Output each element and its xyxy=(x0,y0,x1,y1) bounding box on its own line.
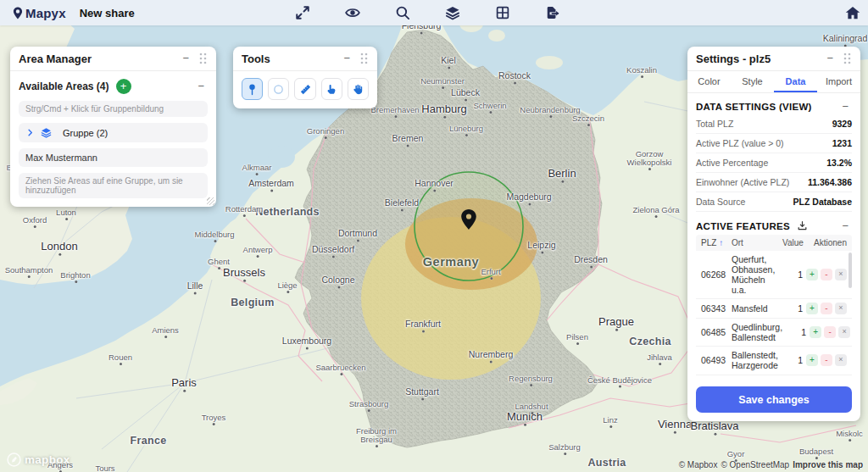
column-ort[interactable]: Ort xyxy=(732,238,782,247)
pointer-tool-button[interactable] xyxy=(321,78,342,100)
group-row[interactable]: Gruppe (2) xyxy=(19,123,208,142)
mapbox-logo[interactable]: mapbox xyxy=(7,453,70,467)
drag-handle-icon[interactable] xyxy=(842,52,852,65)
scrollbar-thumb[interactable] xyxy=(849,253,852,288)
group-hint-text: Strg/Cmd + Klick für Gruppenbildung xyxy=(25,104,164,114)
tools-title: Tools xyxy=(242,53,340,65)
data-setting-value: PLZ Database xyxy=(793,197,852,207)
area-manager-header: Area Manager − xyxy=(10,47,216,71)
remove-button[interactable]: × xyxy=(835,354,847,366)
drag-handle-icon[interactable] xyxy=(359,52,369,65)
map-pin-marker[interactable] xyxy=(459,208,478,230)
settings-tab[interactable]: Color xyxy=(687,71,731,92)
column-plz[interactable]: PLZ ↑ xyxy=(701,238,732,247)
settings-tab[interactable]: Style xyxy=(731,71,774,92)
expand-icon[interactable] xyxy=(295,5,310,20)
layers-icon[interactable] xyxy=(445,5,460,20)
area-list-item[interactable]: Max Mustermann xyxy=(19,148,208,167)
area-manager-panel: Area Manager − Available Areas (4) + − S… xyxy=(10,47,216,207)
remove-button[interactable]: × xyxy=(838,326,850,338)
attribution-improve-link[interactable]: Improve this map xyxy=(793,460,863,469)
collapse-icon[interactable]: − xyxy=(838,221,852,231)
export-icon[interactable] xyxy=(545,5,560,20)
decrement-button[interactable]: - xyxy=(821,354,832,366)
ruler-tool-icon xyxy=(299,83,312,96)
search-icon[interactable] xyxy=(395,5,410,20)
decrement-button[interactable]: - xyxy=(821,303,832,314)
attribution-mapbox-link[interactable]: © Mapbox xyxy=(679,460,718,469)
drag-hint-row: Ziehen Sie Areas auf eine Gruppe, um sie… xyxy=(19,173,208,198)
collapse-icon[interactable]: − xyxy=(838,102,852,112)
feature-ort: Querfurt, Obhausen, Mücheln u.a. xyxy=(732,254,782,295)
data-settings-rows: Total PLZ 9329 Active PLZ (value > 0) 12… xyxy=(696,114,852,212)
data-settings-title: DATA SETTINGS (VIEW) xyxy=(696,102,812,112)
tools-panel: Tools − xyxy=(233,47,377,108)
settings-tab[interactable]: Data xyxy=(774,71,817,92)
pan-hand-tool-button[interactable] xyxy=(348,78,369,100)
navbar-icon-group xyxy=(295,0,560,25)
feature-plz: 06485 xyxy=(701,327,732,337)
column-actions: Aktionen xyxy=(803,238,847,247)
feature-table-row[interactable]: 06343 Mansfeld 1 + - × xyxy=(696,299,852,319)
settings-tabs: Color Style Data Import xyxy=(687,71,860,93)
feature-table-row[interactable]: 06268 Querfurt, Obhausen, Mücheln u.a. 1… xyxy=(696,251,852,299)
add-area-button[interactable]: + xyxy=(116,79,131,94)
collapse-icon[interactable]: − xyxy=(179,53,192,64)
top-navbar: Mapyx New share xyxy=(0,0,868,25)
data-setting-value: 9329 xyxy=(832,119,852,129)
circle-tool-button[interactable] xyxy=(268,78,289,100)
feature-value: 1 xyxy=(782,269,803,280)
data-setting-row: Active Percentage 13.2% xyxy=(696,153,852,173)
feature-ort: Mansfeld xyxy=(732,303,782,314)
group-hint-row: Strg/Cmd + Klick für Gruppenbildung xyxy=(19,101,208,117)
drag-handle-icon[interactable] xyxy=(198,52,208,65)
grid-icon[interactable] xyxy=(495,5,510,20)
data-setting-label: Active Percentage xyxy=(696,158,768,168)
feature-value: 1 xyxy=(782,303,803,314)
increment-button[interactable]: + xyxy=(806,354,818,366)
feature-table-row[interactable]: 06485 Quedlinburg, Ballenstedt 1 + - × xyxy=(696,319,852,347)
app-logo[interactable]: Mapyx xyxy=(12,6,66,20)
pointer-hand-icon xyxy=(326,83,338,96)
decrement-button[interactable]: - xyxy=(821,269,832,280)
download-icon[interactable] xyxy=(797,220,808,231)
resize-handle[interactable] xyxy=(207,197,214,205)
data-setting-row: Data Source PLZ Database xyxy=(696,192,852,212)
attribution-osm-link[interactable]: © OpenStreetMap xyxy=(721,460,789,469)
features-table-header: PLZ ↑ Ort Value Aktionen xyxy=(696,235,852,251)
decrement-button[interactable]: - xyxy=(824,326,836,338)
increment-button[interactable]: + xyxy=(806,269,818,280)
increment-button[interactable]: + xyxy=(810,326,821,338)
data-setting-value: 11.364.386 xyxy=(808,177,852,187)
active-features-title: ACTIVE FEATURES xyxy=(696,221,790,231)
data-setting-row: Einwohner (Active PLZ) 11.364.386 xyxy=(696,173,852,192)
eye-icon[interactable] xyxy=(345,5,360,20)
collapse-icon[interactable]: − xyxy=(340,53,353,64)
increment-button[interactable]: + xyxy=(806,303,818,314)
feature-value: 1 xyxy=(786,327,806,337)
data-setting-label: Total PLZ xyxy=(696,119,733,129)
collapse-icon[interactable]: − xyxy=(194,81,208,92)
chevron-right-icon[interactable] xyxy=(25,128,35,137)
ruler-tool-button[interactable] xyxy=(294,78,315,100)
group-label: Gruppe (2) xyxy=(63,128,108,138)
feature-table-row[interactable]: 06502 Thale, Blankenburg 1 + - × xyxy=(696,375,852,379)
circle-tool-icon xyxy=(272,83,285,96)
feature-plz: 06343 xyxy=(701,303,732,314)
home-icon[interactable] xyxy=(845,5,860,20)
data-setting-label: Active PLZ (value > 0) xyxy=(696,138,784,148)
collapse-icon[interactable]: − xyxy=(823,53,837,64)
settings-tab[interactable]: Import xyxy=(817,71,860,92)
column-value[interactable]: Value xyxy=(782,238,803,247)
data-setting-value: 1231 xyxy=(832,138,852,148)
mapbox-icon xyxy=(7,453,21,467)
available-areas-title: Available Areas (4) xyxy=(19,81,109,92)
mapbox-logo-text: mapbox xyxy=(25,453,70,466)
pin-tool-button[interactable] xyxy=(242,78,263,100)
remove-button[interactable]: × xyxy=(835,269,847,280)
save-changes-button[interactable]: Save changes xyxy=(696,386,852,413)
feature-table-row[interactable]: 06493 Ballenstedt, Harzgerode 1 + - × xyxy=(696,347,852,375)
features-table-body[interactable]: 06268 Querfurt, Obhausen, Mücheln u.a. 1… xyxy=(696,251,852,378)
remove-button[interactable]: × xyxy=(835,303,847,314)
app-logo-text: Mapyx xyxy=(25,6,66,20)
